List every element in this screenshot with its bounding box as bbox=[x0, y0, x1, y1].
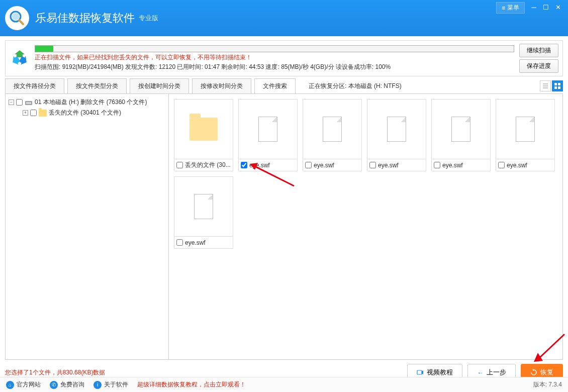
close-button[interactable]: ✕ bbox=[552, 2, 564, 12]
selection-text: 您选择了1个文件，共830.68(KB)数据 bbox=[5, 368, 105, 377]
titlebar: 乐易佳数据恢复软件 专业版 ≡ 菜单 ─ ☐ ✕ bbox=[0, 0, 568, 36]
file-label-row: eye.swf bbox=[303, 159, 361, 171]
file-checkbox[interactable] bbox=[241, 162, 247, 168]
app-title: 乐易佳数据恢复软件 bbox=[35, 11, 135, 26]
tab-search[interactable]: 文件搜索 bbox=[254, 78, 296, 93]
home-icon: ⌂ bbox=[6, 381, 14, 389]
file-thumbnail bbox=[432, 100, 490, 159]
file-icon bbox=[323, 117, 342, 142]
file-checkbox[interactable] bbox=[498, 162, 505, 168]
tree-expand-icon[interactable]: + bbox=[23, 110, 28, 116]
file-label-row: 丢失的文件 (30... bbox=[174, 159, 233, 171]
svg-rect-11 bbox=[26, 102, 31, 104]
file-name: 丢失的文件 (30... bbox=[185, 161, 231, 169]
file-checkbox[interactable] bbox=[369, 162, 376, 168]
file-thumbnail bbox=[174, 177, 233, 236]
file-name: eye.swf bbox=[378, 162, 399, 169]
scan-warning: 正在扫描文件，如果已经找到您丢失的文件，可以立即恢复，不用等待扫描结束！ bbox=[35, 53, 514, 62]
file-thumbnail bbox=[174, 100, 233, 159]
official-site-link[interactable]: ⌂ 官方网站 bbox=[6, 380, 41, 389]
menu-icon: ≡ bbox=[502, 5, 505, 12]
file-icon bbox=[387, 117, 406, 142]
drive-icon bbox=[25, 99, 33, 107]
file-checkbox[interactable] bbox=[434, 162, 440, 168]
file-label-row: eye.swf bbox=[496, 159, 554, 171]
continue-scan-button[interactable]: 继续扫描 bbox=[519, 44, 558, 57]
file-thumbnail bbox=[496, 100, 554, 159]
partition-info: 正在恢复分区: 本地磁盘 (H: NTFS) bbox=[309, 82, 402, 90]
file-checkbox[interactable] bbox=[176, 162, 183, 168]
tab-by-type[interactable]: 按文件类型分类 bbox=[67, 78, 127, 93]
magnifier-icon bbox=[8, 9, 26, 27]
file-label-row: eye.swf bbox=[367, 159, 426, 171]
file-label-row: eye.swf bbox=[174, 236, 233, 248]
file-name: eye.swf bbox=[314, 162, 334, 169]
version-label: 版本: 7.3.4 bbox=[533, 380, 562, 389]
file-name: eye.swf bbox=[249, 162, 270, 169]
scan-progress-fill bbox=[35, 46, 53, 52]
file-grid: 丢失的文件 (30...eye.swfeye.swfeye.swfeye.swf… bbox=[169, 94, 562, 359]
scan-stats: 扫描范围: 9192(MB)/241984(MB) 发现文件数: 12120 已… bbox=[35, 63, 514, 71]
tabs-row: 按文件路径分类 按文件类型分类 按创建时间分类 按修改时间分类 文件搜索 正在恢… bbox=[5, 78, 563, 93]
file-icon bbox=[516, 117, 535, 142]
free-consult-link[interactable]: ✆ 免费咨询 bbox=[50, 380, 84, 389]
save-progress-button[interactable]: 保存进度 bbox=[519, 59, 558, 73]
tree-child-label: 丢失的文件 (30401 个文件) bbox=[49, 109, 121, 117]
list-icon bbox=[542, 82, 549, 89]
file-thumbnail bbox=[303, 100, 361, 159]
file-name: eye.swf bbox=[507, 162, 527, 169]
svg-rect-9 bbox=[558, 86, 560, 89]
tab-by-modified[interactable]: 按修改时间分类 bbox=[192, 78, 251, 93]
file-label-row: eye.swf bbox=[432, 159, 490, 171]
tab-by-path[interactable]: 按文件路径分类 bbox=[5, 78, 64, 93]
about-link[interactable]: i 关于软件 bbox=[93, 380, 128, 389]
file-item[interactable]: eye.swf bbox=[496, 99, 555, 171]
tab-by-created[interactable]: 按创建时间分类 bbox=[130, 78, 189, 93]
content-area: − 01 本地磁盘 (H:) 删除文件 (76360 个文件) + 丢失的文件 … bbox=[5, 93, 563, 360]
scan-panel: 正在扫描文件，如果已经找到您丢失的文件，可以立即恢复，不用等待扫描结束！ 扫描范… bbox=[5, 40, 563, 76]
footer: ⌂ 官方网站 ✆ 免费咨询 i 关于软件 超级详细数据恢复教程，点击立即观看！ … bbox=[0, 377, 568, 392]
app-logo bbox=[5, 6, 29, 30]
refresh-icon bbox=[530, 369, 537, 376]
file-item[interactable]: 丢失的文件 (30... bbox=[174, 99, 233, 171]
app-edition: 专业版 bbox=[139, 14, 158, 23]
view-list-button[interactable] bbox=[540, 80, 551, 91]
menu-button[interactable]: ≡ 菜单 bbox=[496, 2, 525, 14]
tree-collapse-icon[interactable]: − bbox=[9, 100, 14, 105]
file-thumbnail bbox=[367, 100, 426, 159]
file-thumbnail bbox=[239, 100, 297, 159]
file-item[interactable]: eye.swf bbox=[431, 99, 491, 171]
file-icon bbox=[258, 117, 277, 142]
arrow-left-icon: ← bbox=[477, 369, 484, 376]
folder-icon bbox=[190, 118, 218, 141]
tree-child-checkbox[interactable] bbox=[30, 110, 37, 116]
file-checkbox[interactable] bbox=[176, 239, 183, 246]
scan-progress-bar bbox=[35, 45, 514, 52]
file-name: eye.swf bbox=[185, 239, 206, 246]
file-checkbox[interactable] bbox=[305, 162, 312, 168]
tree-root-checkbox[interactable] bbox=[16, 99, 23, 106]
video-icon bbox=[417, 369, 424, 376]
svg-point-2 bbox=[12, 13, 19, 20]
file-item[interactable]: eye.swf bbox=[367, 99, 426, 171]
file-icon bbox=[451, 117, 470, 142]
tree-panel: − 01 本地磁盘 (H:) 删除文件 (76360 个文件) + 丢失的文件 … bbox=[6, 94, 169, 359]
svg-rect-16 bbox=[417, 370, 422, 374]
file-label-row: eye.swf bbox=[239, 159, 297, 171]
minimize-button[interactable]: ─ bbox=[528, 2, 540, 12]
file-item[interactable]: eye.swf bbox=[174, 176, 233, 249]
file-icon bbox=[194, 194, 213, 219]
file-name: eye.swf bbox=[442, 162, 463, 169]
svg-line-1 bbox=[19, 20, 23, 24]
tree-child-node[interactable]: + 丢失的文件 (30401 个文件) bbox=[23, 108, 165, 118]
svg-rect-7 bbox=[558, 83, 560, 85]
tree-root-node[interactable]: − 01 本地磁盘 (H:) 删除文件 (76360 个文件) bbox=[9, 97, 165, 108]
info-icon: i bbox=[93, 381, 102, 389]
maximize-button[interactable]: ☐ bbox=[540, 2, 552, 12]
file-item[interactable]: eye.swf bbox=[238, 99, 298, 171]
footer-promo[interactable]: 超级详细数据恢复教程，点击立即观看！ bbox=[137, 380, 246, 389]
tree-root-label: 01 本地磁盘 (H:) 删除文件 (76360 个文件) bbox=[35, 98, 147, 107]
view-grid-button[interactable] bbox=[552, 80, 563, 91]
file-item[interactable]: eye.swf bbox=[303, 99, 362, 171]
svg-rect-8 bbox=[554, 86, 557, 89]
